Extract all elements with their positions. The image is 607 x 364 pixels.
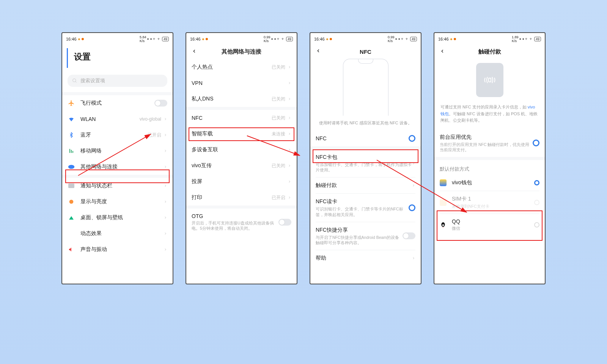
row-nfc-share[interactable]: NFC快捷分享与开启了NFC快捷分享或Android Beam的设备触碰即可分享…	[310, 222, 421, 250]
notification-icon	[68, 183, 75, 188]
tap-pay-illustration	[476, 63, 503, 97]
search-icon	[72, 78, 77, 83]
svg-point-6	[442, 224, 444, 226]
status-bar: 16:46 0.99K/s▮ ▮ ᯤ ᯤ49	[310, 33, 421, 44]
mobile-data-icon	[68, 148, 75, 154]
svg-point-3	[69, 200, 74, 204]
bluetooth-icon	[68, 132, 75, 138]
row-car[interactable]: 智能车载未连接	[186, 126, 297, 142]
toggle-otg[interactable]	[278, 219, 291, 226]
sound-icon	[68, 246, 75, 253]
sim-icon	[440, 199, 447, 206]
toggle-nfc[interactable]	[409, 135, 415, 142]
wifi-icon	[68, 116, 75, 122]
phone-other-network: 16:46 0.99K/s▮ ▮ ᯤ ᯤ49 其他网络与连接 个人热点已关闭 V…	[186, 32, 297, 284]
row-help[interactable]: 帮助	[310, 250, 421, 266]
row-home[interactable]: 桌面、锁屏与壁纸	[62, 210, 173, 226]
nfc-illustration	[333, 59, 398, 116]
row-motion[interactable]: 动态效果	[62, 226, 173, 242]
phone-settings: 16:46 5.84K/s▮ ▮ ᯤ ᯤ49 设置 搜索设置项 飞行模式 WLA…	[61, 32, 173, 284]
page-title: NFC	[321, 49, 410, 55]
radio-unselected	[534, 200, 539, 205]
row-vpn[interactable]: VPN	[186, 75, 297, 91]
row-tap-pay[interactable]: 触碰付款	[310, 177, 421, 193]
status-bar: 16:46 1.89K/s▮ ▮ ᯤ ᯤ49	[434, 33, 545, 44]
row-display[interactable]: 显示与亮度	[62, 194, 173, 210]
wallpaper-icon	[68, 215, 75, 221]
status-bar: 16:46 0.99K/s▮ ▮ ᯤ ᯤ49	[186, 33, 297, 44]
back-button[interactable]	[316, 48, 321, 55]
svg-rect-2	[68, 184, 74, 188]
row-hotspot[interactable]: 个人热点已关闭	[186, 59, 297, 75]
row-wlan[interactable]: WLAN vivo-global	[62, 111, 173, 127]
svg-point-1	[68, 165, 75, 169]
page-title: 触碰付款	[445, 48, 534, 55]
row-airplane[interactable]: 飞行模式	[62, 95, 173, 111]
airplane-icon	[68, 100, 75, 107]
vivo-wallet-icon	[440, 179, 447, 186]
motion-icon	[68, 231, 75, 237]
row-dns[interactable]: 私人DNS已关闭	[186, 91, 297, 107]
nfc-hint: 使用时请将手机 NFC 感应区靠近其他 NFC 设备。	[310, 116, 421, 130]
phone-nfc: 16:46 0.99K/s▮ ▮ ᯤ ᯤ49 NFC 使用时请将手机 NFC 感…	[310, 32, 421, 284]
row-foreground-priority[interactable]: 前台应用优先当前打开的应用支持 NFC 触碰付款时，优先使用当前应用支付。	[434, 129, 545, 157]
row-nfc-reader[interactable]: NFC读卡可识别银行卡、交通卡、门禁卡等卡片的NFC标签，并唤起相关应用。	[310, 194, 421, 221]
radio-selected[interactable]	[534, 180, 539, 185]
row-bluetooth[interactable]: 蓝牙 已开启	[62, 127, 173, 143]
back-button[interactable]	[440, 49, 445, 55]
status-time: 16:46	[66, 37, 77, 41]
row-otg[interactable]: OTG开启后，手机可支持连接U盘或给其他设备供电。5分钟未使用，将自动关闭。	[186, 209, 297, 235]
tap-pay-hint: 可通过支持 NFC 支付的应用录入卡片信息，如 vivo钱包。可触碰 NFC 设…	[434, 100, 545, 129]
search-placeholder: 搜索设置项	[80, 77, 105, 84]
row-mobile[interactable]: 移动网络	[62, 143, 173, 159]
row-nfc[interactable]: NFC已关闭	[186, 110, 297, 126]
page-title: 其他网络与连接	[197, 48, 286, 55]
svg-point-0	[73, 79, 76, 82]
toggle-airplane[interactable]	[154, 100, 167, 107]
qq-icon	[440, 221, 447, 228]
search-input[interactable]: 搜索设置项	[68, 75, 167, 87]
row-cast[interactable]: 投屏	[186, 174, 297, 190]
row-sound[interactable]: 声音与振动	[62, 242, 173, 257]
opt-vivo-wallet[interactable]: vivo钱包	[434, 175, 545, 191]
row-nfc-toggle[interactable]: NFC	[310, 130, 421, 146]
battery-icon: ▮ ▮ ᯤ ᯤ	[147, 37, 161, 41]
back-button[interactable]	[192, 49, 197, 55]
radio-unselected[interactable]	[534, 222, 539, 228]
row-notif[interactable]: 通知与状态栏	[62, 178, 173, 194]
section-default-pay: 默认付款方式	[434, 160, 545, 175]
page-title: 设置	[67, 48, 97, 68]
chevron-right-icon	[164, 116, 167, 122]
phone-tap-pay: 16:46 1.89K/s▮ ▮ ᯤ ᯤ49 触碰付款 可通过支持 NFC 支付…	[434, 32, 546, 284]
status-bar: 16:46 5.84K/s▮ ▮ ᯤ ᯤ49	[62, 33, 173, 44]
row-other-network[interactable]: 其他网络与连接	[62, 159, 173, 175]
toggle-share[interactable]	[403, 232, 415, 239]
row-nfc-cardpkg[interactable]: NFC卡包可添加银行卡、交通卡、门禁卡，将手机作为虚拟卡片使用。	[310, 149, 421, 177]
toggle-foreground[interactable]	[533, 140, 539, 146]
row-print[interactable]: 打印已开启	[186, 190, 297, 206]
row-multi[interactable]: 多设备互联	[186, 142, 297, 158]
opt-sim: SIM卡 1未检测到NFC支付卡	[434, 191, 545, 213]
row-vshare[interactable]: vivo互传已关闭	[186, 158, 297, 174]
brightness-icon	[68, 199, 75, 205]
svg-rect-4	[489, 78, 491, 82]
opt-qq[interactable]: QQ微信	[434, 214, 545, 235]
toggle-reader[interactable]	[409, 204, 415, 211]
link-icon	[68, 164, 75, 169]
